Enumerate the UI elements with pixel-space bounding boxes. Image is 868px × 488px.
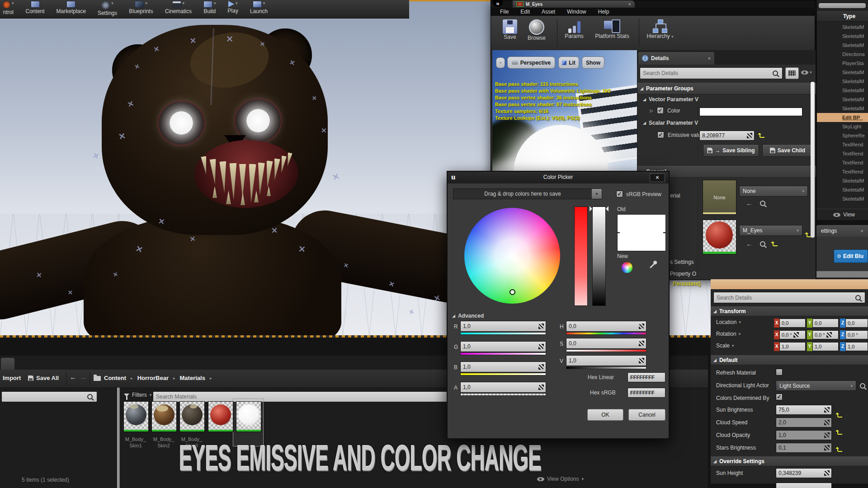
a-gradient-strip[interactable] (460, 393, 546, 396)
sun-height-spinner[interactable]: 0,348239 (776, 468, 832, 478)
section-transform[interactable]: ◢ Transform (711, 306, 868, 316)
scale-y-field[interactable]: Y1,0 (807, 342, 839, 351)
drag-spinner-icon[interactable] (825, 471, 829, 475)
outliner-row[interactable]: TextRend (817, 158, 868, 167)
outliner-row-selected-edit-bp[interactable]: Edit BP_ (817, 113, 868, 122)
h-gradient-strip[interactable] (566, 332, 646, 335)
breadcrumb-content[interactable]: Content (104, 375, 126, 381)
group-scalar-parameter[interactable]: ◢ Scalar Parameter V (643, 120, 698, 126)
advanced-expander[interactable]: ◢ Advanced (452, 313, 484, 319)
document-tab-m-eyes[interactable]: M_Eyes × (513, 0, 635, 8)
outliner-row[interactable]: SkeletalM (817, 176, 868, 185)
back-icon[interactable]: ← (70, 373, 77, 381)
drag-spinner-icon[interactable] (825, 420, 829, 425)
sources-search-input[interactable] (1, 391, 97, 402)
cloud-opacity-spinner[interactable]: 1,0 (776, 430, 832, 440)
emissive-checkbox[interactable] (657, 131, 664, 138)
toolbar-item-cinematics[interactable]: ▾Cinematics (165, 1, 192, 16)
drag-spinner-icon[interactable] (539, 385, 543, 389)
toolbar-item-settings[interactable]: ▾Settings (98, 1, 117, 16)
scale-z-field[interactable]: Z1,0 (840, 342, 868, 351)
color-swatch-white[interactable] (699, 108, 802, 116)
outliner-type-header[interactable]: Type (817, 11, 868, 22)
toolbar-item-marketplace[interactable]: Marketplace (57, 1, 86, 16)
eyedropper-icon[interactable] (652, 262, 653, 269)
details-scrollbar[interactable] (811, 82, 815, 238)
outliner-row[interactable]: SkeletalM (817, 185, 868, 194)
outliner-row[interactable]: SkeletalM (817, 23, 868, 32)
asset-tile-m-eyes[interactable] (208, 401, 233, 432)
drag-spinner-icon[interactable] (539, 365, 543, 369)
value-handle-left[interactable] (590, 206, 595, 211)
toolbar-item-build[interactable]: ▾Build (203, 1, 216, 16)
drag-spinner-icon[interactable] (539, 324, 543, 328)
asset-tile-m-body-skin1[interactable] (123, 401, 149, 432)
directional-light-dropdown[interactable]: Light Source▾ (776, 380, 856, 391)
search-details-input[interactable] (640, 67, 783, 79)
outliner-hscrollbar[interactable] (819, 3, 866, 8)
hex-srgb-field[interactable]: FFFFFFFF (627, 388, 665, 398)
section-parameter-groups[interactable]: ◢ Parameter Groups (637, 83, 816, 94)
content-browser-tab[interactable] (1, 358, 14, 370)
section-override-settings[interactable]: ◢ Override Settings (711, 456, 868, 466)
rotation-x-field[interactable]: X0,0 ° (774, 330, 806, 339)
srgb-preview-toggle[interactable]: sRGB Preview (616, 191, 661, 197)
toolbar-item-launch[interactable]: ▾Launch (250, 1, 268, 16)
outliner-row[interactable]: Directiona (817, 50, 868, 59)
saved-colors-dropdown[interactable]: Drag & drop colors here to save ▾ (453, 188, 602, 199)
use-selected-icon[interactable]: ← (746, 199, 753, 207)
close-button[interactable]: × (650, 174, 665, 182)
toolbar-item-content[interactable]: Content (26, 1, 45, 16)
asset-tile-m-body-skin2[interactable] (151, 401, 177, 432)
preview-lit-button[interactable]: Lit (558, 56, 579, 69)
location-x-field[interactable]: X0,0 (774, 319, 806, 328)
toolbar-item-blueprints[interactable]: ▾Blueprints (129, 1, 153, 16)
reset-to-default-icon[interactable] (837, 413, 842, 418)
details-visibility-button[interactable]: ▾ (801, 70, 812, 75)
forward-icon[interactable]: → (80, 373, 87, 381)
close-icon[interactable]: × (628, 1, 631, 7)
outliner-row[interactable]: SphereRe (817, 131, 868, 140)
color-themes-icon[interactable] (622, 262, 632, 273)
v-gradient-strip[interactable] (566, 366, 646, 369)
menu-window[interactable]: Window (567, 9, 586, 15)
browse-to-asset-icon[interactable] (760, 201, 765, 206)
rotation-row-label[interactable]: Rotation▾ (716, 331, 741, 337)
outliner-row[interactable]: SkeletalM (817, 41, 868, 50)
outliner-row[interactable]: TextRend (817, 149, 868, 158)
hierarchy-button[interactable]: Hierarchy ▾ (644, 19, 676, 39)
physical-material-thumbnail[interactable]: None (703, 180, 736, 215)
outliner-row[interactable]: SkeletalM (817, 104, 868, 113)
a-slider[interactable]: 1,0 (460, 382, 546, 393)
ok-button[interactable]: OK (587, 409, 623, 421)
import-button[interactable]: Import (3, 375, 21, 381)
srgb-checkbox[interactable] (616, 191, 623, 197)
menu-help[interactable]: Help (598, 9, 609, 15)
preview-dropdown-button[interactable]: ▾ (496, 57, 505, 68)
drag-spinner-icon[interactable] (639, 324, 644, 328)
s-slider[interactable]: 0,0 (566, 338, 646, 349)
asset-tile-m-body-skin3[interactable] (179, 401, 205, 432)
outliner-row[interactable]: SkeletalM (817, 77, 868, 86)
rotation-y-field[interactable]: Y0,0 ° (807, 330, 839, 339)
outliner-row[interactable]: TextRend (817, 140, 868, 149)
outliner-row[interactable]: SkyLight (817, 122, 868, 131)
b-slider[interactable]: 1,0 (460, 361, 546, 372)
saturation-bar[interactable] (574, 206, 588, 306)
tab-settings[interactable]: ettings × (816, 225, 868, 237)
browse-button[interactable]: Browse (524, 19, 550, 41)
group-vector-parameter[interactable]: ◢ Vector Parameter V (643, 96, 698, 103)
drag-spinner-icon[interactable] (539, 344, 543, 349)
rotation-z-field[interactable]: Z0,0 ° (840, 330, 868, 339)
value-bar[interactable] (592, 206, 606, 306)
close-icon[interactable]: × (861, 228, 863, 234)
search-details-input[interactable] (713, 292, 865, 303)
reset-to-default-icon[interactable] (837, 447, 842, 452)
breadcrumb-horrorbear[interactable]: HorrorBear (137, 375, 169, 381)
g-gradient-strip[interactable] (460, 352, 546, 355)
window-titlebar[interactable]: u M_Eyes × (491, 0, 815, 8)
location-row-label[interactable]: Location▾ (716, 319, 741, 325)
reset-to-default-icon[interactable] (760, 133, 764, 138)
color-param-checkbox[interactable] (657, 107, 664, 114)
g-slider[interactable]: 1,0 (460, 341, 546, 352)
